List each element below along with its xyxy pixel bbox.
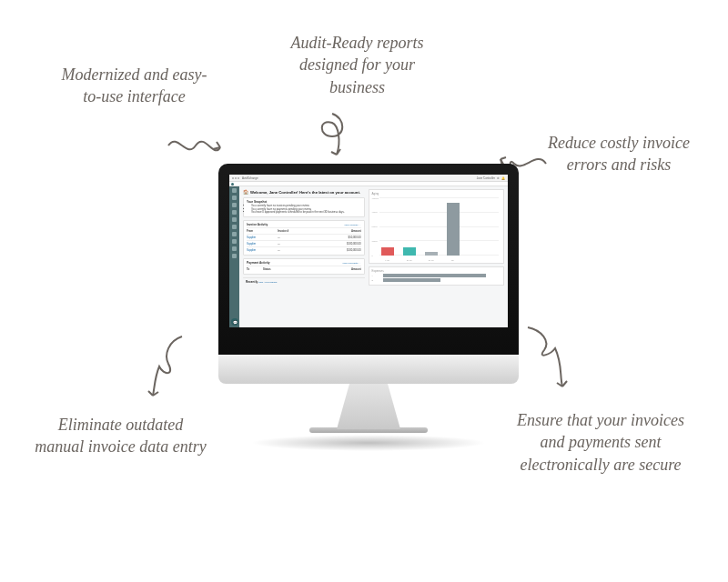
imac-chin <box>218 355 519 384</box>
col-invoice: Invoice # <box>278 227 314 234</box>
arrow-squiggle-icon <box>309 109 355 164</box>
payment-activity-title: Payment Activity <box>247 261 270 265</box>
user-label: Jane Controller <box>477 176 495 180</box>
aging-bar-chart: 100000 75000 50000 25000 0 <box>372 196 500 259</box>
main-content: 🏠 Welcome, Jane Controller! Here's the l… <box>239 186 508 327</box>
imac-mockup: AvidXchange Jane Controller ⚙ 🔔 <box>218 164 519 436</box>
logo-icon <box>231 183 234 186</box>
expenses-chart-title: Expenses <box>372 269 500 273</box>
bell-icon: 🔔 <box>501 176 505 180</box>
table-row[interactable]: Supplier — $100,000.00 <box>247 246 361 253</box>
callout-eliminate: Eliminate outdated manual invoice data e… <box>32 414 209 458</box>
callout-modernized: Modernized and easy-to-use interface <box>55 64 214 108</box>
table-row[interactable]: Supplier — $50,000.00 <box>247 234 361 240</box>
imac-shadow <box>250 435 487 451</box>
bar-1-30 <box>381 247 394 256</box>
app-screenshot: AvidXchange Jane Controller ⚙ 🔔 <box>229 175 508 327</box>
col-amount: Amount <box>314 227 361 234</box>
sidebar-item[interactable] <box>232 225 237 229</box>
sidebar-item[interactable] <box>232 210 237 215</box>
window-controls-icon <box>232 176 240 180</box>
sidebar-item[interactable] <box>232 246 237 251</box>
aging-chart-card: Aging 100000 75000 50000 25000 0 <box>369 189 504 264</box>
imac-stand <box>337 384 400 429</box>
hbar-b <box>383 278 441 282</box>
sidebar-item[interactable] <box>232 232 237 236</box>
sidebar-item[interactable] <box>232 203 237 207</box>
sidebar-item[interactable] <box>232 217 237 222</box>
bar-31-60 <box>403 247 416 256</box>
chat-icon[interactable]: 💬 <box>231 318 238 326</box>
callout-errors: Reduce costly invoice errors and risks <box>546 132 692 176</box>
payment-activity-card: Payment Activity View Payments → To Stat… <box>243 258 365 275</box>
gear-icon: ⚙ <box>497 176 500 180</box>
callout-audit: Audit-Ready reports designed for your bu… <box>282 32 432 98</box>
sidebar <box>229 186 239 327</box>
feed-subtitle: from AvidXchange <box>258 281 277 284</box>
imac-bezel: AvidXchange Jane Controller ⚙ 🔔 <box>218 164 519 355</box>
snapshot-card: Your Snapshot You currently have no invo… <box>243 197 365 217</box>
sidebar-item[interactable] <box>232 188 237 193</box>
invoice-activity-card: Invoice Activity View Invoices → From In… <box>243 220 365 256</box>
bar-61-90 <box>425 252 438 256</box>
sidebar-item[interactable] <box>232 196 237 200</box>
sidebar-item[interactable] <box>232 239 237 244</box>
arrow-squiggle-icon <box>519 323 582 396</box>
table-row[interactable]: Supplier — $100,000.00 <box>247 240 361 246</box>
callout-secure: Ensure that your invoices and payments s… <box>510 409 692 476</box>
payment-table: To Status Amount <box>247 266 361 272</box>
expenses-chart-card: Expenses A B <box>369 266 504 286</box>
invoice-activity-title: Invoice Activity <box>247 223 268 226</box>
snapshot-bullet: You have 0 approved payments scheduled t… <box>251 211 361 215</box>
home-icon: 🏠 <box>243 189 248 195</box>
tab-label: AvidXchange <box>242 176 258 180</box>
view-invoices-link[interactable]: View Invoices → <box>344 224 360 227</box>
col-from: From <box>247 227 278 234</box>
welcome-heading: Welcome, Jane Controller! Here's the lat… <box>250 190 360 195</box>
view-payments-link[interactable]: View Payments → <box>342 262 360 266</box>
recently-feed: Recently from AvidXchange <box>243 277 365 286</box>
sidebar-item[interactable] <box>232 254 237 258</box>
feed-title: Recently <box>246 280 258 284</box>
arrow-squiggle-icon <box>136 332 191 405</box>
invoice-table: From Invoice # Amount Supplier — $50,000… <box>247 227 361 253</box>
hbar-a <box>383 274 486 277</box>
browser-chrome: AvidXchange Jane Controller ⚙ 🔔 <box>229 175 508 182</box>
bar-90-plus <box>447 203 460 256</box>
